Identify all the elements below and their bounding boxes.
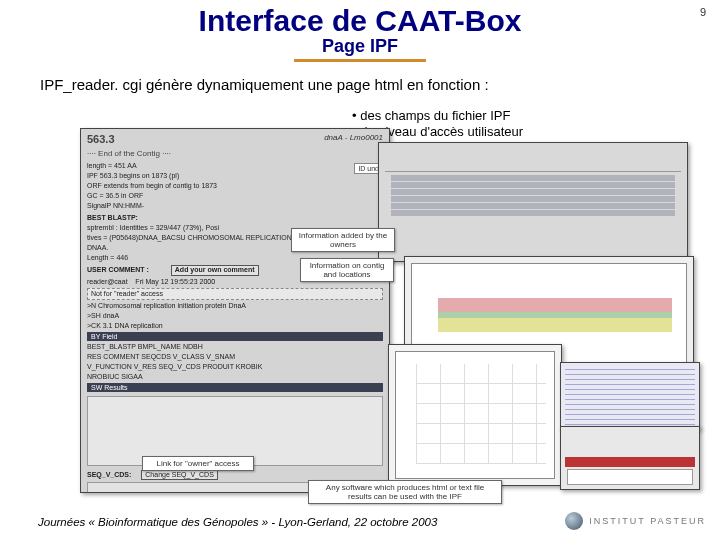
not-for-reader: Not for "reader" access bbox=[87, 288, 383, 300]
signalp-line: SignalP NN:HMM- bbox=[87, 202, 383, 210]
footer-journees: Journées « Bioinformatique des Génopoles… bbox=[38, 516, 268, 528]
callout-info-contig: Information on contig and locations bbox=[300, 258, 394, 282]
xy-plot-frame bbox=[395, 351, 555, 479]
user-comment-label: USER COMMENT : bbox=[87, 266, 149, 273]
grid-icon bbox=[416, 364, 546, 464]
orf-line2: ORF extends from begin of contig to 1873 bbox=[87, 182, 383, 190]
field-row4: NROBIUC SIGAA bbox=[87, 373, 383, 381]
lead-sentence: IPF_reader. cgi génère dynamiquement une… bbox=[40, 76, 720, 93]
screenshot-family bbox=[378, 142, 688, 262]
family-header bbox=[385, 146, 681, 172]
byfield-band: BY Field bbox=[87, 332, 383, 341]
footer-text: Journées « Bioinformatique des Génopoles… bbox=[38, 516, 437, 528]
callout-info-owners: Information added by the owners bbox=[291, 228, 395, 252]
slide-subtitle: Page IPF bbox=[294, 36, 426, 62]
field-row3: V_FUNCTION V_RES SEQ_V_CDS PRODUIT KROBI… bbox=[87, 363, 383, 371]
red-band bbox=[565, 457, 695, 467]
seq-box bbox=[567, 469, 693, 485]
chr-line: >N Chromosomal replication initiation pr… bbox=[87, 302, 383, 310]
screenshot-blue-list bbox=[560, 362, 700, 430]
best-blastp: BEST BLASTP: bbox=[87, 214, 383, 222]
length-line: length = 451 AA bbox=[87, 162, 383, 170]
list-lines bbox=[565, 367, 695, 425]
screenshot-ipf-page: 563.3 ···· End of the Contig ···· dnaA -… bbox=[80, 128, 390, 493]
field-row2: RES COMMENT SEQCDS V_CLASS V_SNAM bbox=[87, 353, 383, 361]
bullet-1: des champs du fichier IPF bbox=[352, 108, 603, 124]
alignment-bars bbox=[438, 298, 672, 332]
orf-line1: IPF 563.3 begins on 1873 (pl) bbox=[87, 172, 383, 180]
screenshot-red-alignment bbox=[560, 426, 700, 490]
sphere-icon bbox=[565, 512, 583, 530]
slide-title: Interface de CAAT-Box bbox=[0, 4, 720, 38]
field-row1: BEST_BLASTP BMPL_NAME NDBH bbox=[87, 343, 383, 351]
page-number: 9 bbox=[700, 6, 706, 18]
add-comment-button[interactable]: Add your own comment bbox=[171, 265, 259, 275]
ck-line: >CK 3.1 DNA replication bbox=[87, 322, 383, 330]
seqvcds-label: SEQ_V_CDS: bbox=[87, 471, 131, 478]
sh-line: >SH dnaA bbox=[87, 312, 383, 320]
footer-rest: - Lyon-Gerland, 22 octobre 2003 bbox=[268, 516, 437, 528]
callout-any-software: Any software which produces html or text… bbox=[308, 480, 502, 504]
swresults-band: SW Results bbox=[87, 383, 383, 392]
gene-label: dnaA - Lmo0001 bbox=[324, 133, 383, 142]
change-seq-button[interactable]: Change SEQ_V_CDS bbox=[141, 470, 217, 480]
logo-text: INSTITUT PASTEUR bbox=[589, 516, 706, 526]
comment-author: reader@caat bbox=[87, 278, 128, 285]
gc-line: GC = 36.5 in ORF bbox=[87, 192, 383, 200]
callout-link-owner: Link for "owner" access bbox=[142, 456, 254, 471]
comment-date: Fri May 12 19:55:23 2000 bbox=[135, 278, 215, 285]
screenshot-xy-plot bbox=[388, 344, 562, 486]
family-table bbox=[385, 175, 681, 216]
institut-pasteur-logo: INSTITUT PASTEUR bbox=[565, 512, 706, 530]
contig-end: ···· End of the Contig ···· bbox=[87, 149, 383, 158]
